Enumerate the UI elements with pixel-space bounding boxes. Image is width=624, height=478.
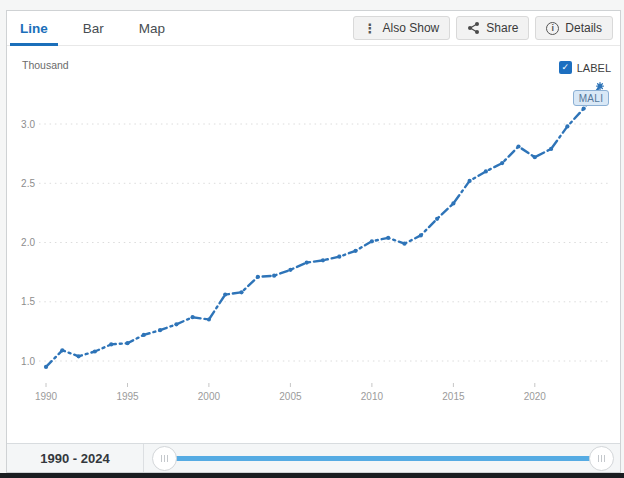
y-axis-unit-label: Thousand (22, 59, 69, 71)
share-label: Share (486, 21, 518, 35)
data-line (46, 86, 600, 367)
grip-icon (598, 455, 605, 462)
slider-track[interactable] (165, 456, 601, 461)
tab-bar: Line Bar Map ⋮ Also Show Sha (7, 11, 620, 46)
slider-handle-end[interactable] (589, 446, 614, 471)
vertical-ellipsis-icon: ⋮ (364, 22, 377, 35)
tab-bar-view[interactable]: Bar (73, 11, 114, 45)
svg-text:1995: 1995 (116, 391, 139, 402)
svg-text:2020: 2020 (524, 391, 547, 402)
svg-text:1.0: 1.0 (21, 356, 35, 367)
window-bottom-edge (0, 473, 624, 478)
grip-icon (161, 455, 168, 462)
svg-text:2.5: 2.5 (21, 178, 35, 189)
also-show-label: Also Show (383, 21, 440, 35)
chart-panel: Line Bar Map ⋮ Also Show Sha (6, 10, 621, 473)
year-range-slider (144, 444, 620, 472)
svg-text:1.5: 1.5 (21, 296, 35, 307)
label-toggle[interactable]: ✓ LABEL (559, 61, 611, 74)
svg-text:2015: 2015 (442, 391, 465, 402)
series-label-mali: MALI (573, 90, 609, 106)
label-checkbox[interactable]: ✓ (559, 61, 572, 74)
svg-text:2010: 2010 (361, 391, 384, 402)
chart-area: 1.01.52.02.53.01990199520002005201020152… (7, 46, 620, 443)
details-label: Details (565, 21, 602, 35)
x-axis: 1990199520002005201020152020 (35, 383, 546, 402)
share-button[interactable]: Share (456, 16, 529, 40)
info-circle-icon: i (546, 22, 559, 35)
svg-text:3.0: 3.0 (21, 119, 35, 130)
y-axis: 1.01.52.02.53.0 (21, 119, 608, 367)
line-chart: 1.01.52.02.53.01990199520002005201020152… (7, 46, 620, 449)
toolbar-actions: ⋮ Also Show Share i Details (353, 16, 613, 40)
also-show-button[interactable]: ⋮ Also Show (353, 16, 451, 40)
slider-handle-start[interactable] (152, 446, 177, 471)
svg-text:1990: 1990 (35, 391, 58, 402)
svg-text:2000: 2000 (198, 391, 221, 402)
svg-text:2.0: 2.0 (21, 237, 35, 248)
label-checkbox-text: LABEL (577, 62, 611, 74)
view-tabs: Line Bar Map (10, 11, 190, 45)
tab-map[interactable]: Map (129, 11, 175, 45)
end-marker (597, 83, 604, 90)
details-button[interactable]: i Details (535, 16, 613, 40)
share-nodes-icon (467, 21, 480, 35)
svg-text:2005: 2005 (279, 391, 302, 402)
data-points (44, 84, 602, 369)
tab-line[interactable]: Line (10, 11, 58, 45)
